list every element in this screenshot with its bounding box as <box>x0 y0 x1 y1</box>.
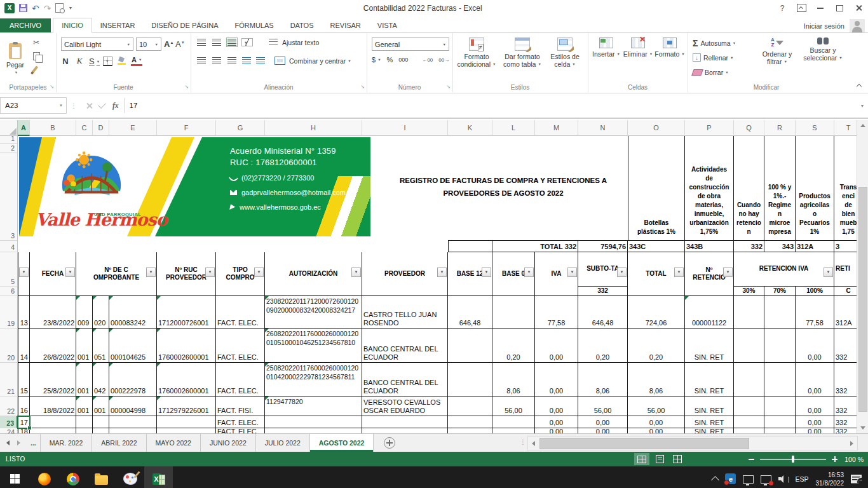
cell-G24[interactable]: FACT. ELEC. <box>216 428 265 433</box>
align-middle-icon[interactable] <box>211 37 222 47</box>
cell-B23[interactable] <box>30 416 76 428</box>
filter-header-I[interactable]: PROVEEDOR <box>362 252 448 296</box>
zoom-slider-thumb[interactable] <box>792 456 794 463</box>
fill-color-icon[interactable] <box>118 57 126 65</box>
cell-B19[interactable]: 23/8/2022 <box>30 296 76 329</box>
column-header-O[interactable]: O <box>628 120 685 136</box>
collapse-ribbon-icon[interactable] <box>857 83 862 88</box>
percent-format-icon[interactable]: % <box>387 56 393 64</box>
cell-Q23[interactable] <box>734 416 764 428</box>
zoom-out-icon[interactable] <box>749 459 754 460</box>
font-size-select[interactable]: 10 <box>136 37 161 51</box>
conditional-formatting-button[interactable]: Formato condicional <box>454 36 499 68</box>
cell-O21[interactable]: 8,06 <box>628 363 685 396</box>
align-left-icon[interactable] <box>196 56 207 65</box>
filter-header-F[interactable]: Nº RUC PROVEEDOR <box>157 252 216 296</box>
user-avatar[interactable] <box>850 19 865 32</box>
total-cell-P[interactable]: 343B <box>685 241 734 252</box>
zoom-slider[interactable] <box>760 459 826 460</box>
tall-header-Q[interactable]: Cuando no hay retencio n <box>734 136 764 241</box>
align-top-icon[interactable] <box>196 37 207 47</box>
row-header-2[interactable]: 2 <box>0 144 18 153</box>
cell-K24[interactable] <box>448 428 492 433</box>
cell-H24[interactable] <box>265 428 362 433</box>
align-center-icon[interactable] <box>211 56 222 65</box>
number-format-select[interactable]: General <box>372 37 449 51</box>
minimize-button[interactable] <box>811 1 830 16</box>
cell-N23[interactable]: 0,00 <box>578 416 628 428</box>
cell-M21[interactable]: 0,00 <box>535 363 578 396</box>
cell-Q19[interactable] <box>734 296 764 329</box>
taskbar-file-explorer[interactable] <box>87 466 116 488</box>
filter-button[interactable] <box>824 268 833 277</box>
cell-D23[interactable] <box>93 416 109 428</box>
page-layout-view-button[interactable] <box>652 453 667 465</box>
filter-header-G[interactable]: TIPO COMPRO <box>216 252 265 296</box>
scroll-right-icon[interactable] <box>846 437 857 451</box>
filter-header-L[interactable]: BASE 0 <box>492 252 535 296</box>
formula-input[interactable]: 17 <box>124 98 857 113</box>
cell-A22[interactable]: 16 <box>18 396 30 416</box>
column-header-N[interactable]: N <box>578 120 628 136</box>
cell-I20[interactable]: BANCO CENTRAL DEL ECUADOR <box>362 329 448 363</box>
tab-diseno-de-pagina[interactable]: DISEÑO DE PÁGINA <box>143 18 226 32</box>
cell-I19[interactable]: CASTRO TELLO JUAN ROSENDO <box>362 296 448 329</box>
cell-P23[interactable]: SIN. RET <box>685 416 734 428</box>
sheet-tab-agosto-2022[interactable]: AGOSTO 2022 <box>310 434 374 452</box>
cell-Q20[interactable] <box>734 329 764 363</box>
column-header-Q[interactable]: Q <box>734 120 764 136</box>
filter-button[interactable] <box>674 268 684 277</box>
column-header-B[interactable]: B <box>30 120 76 136</box>
cell-K21[interactable] <box>448 363 492 396</box>
format-as-table-button[interactable]: Dar formato como tabla <box>499 36 545 68</box>
new-sheet-icon[interactable] <box>384 437 395 449</box>
tab-vista[interactable]: VISTA <box>369 18 405 32</box>
tab-formulas[interactable]: FÓRMULAS <box>227 18 282 32</box>
decrease-decimal-icon[interactable]: 00→ <box>438 57 449 63</box>
restore-button[interactable] <box>830 1 849 16</box>
tall-header-S[interactable]: Productos agricoilas o Pecuarios 1% <box>796 136 834 241</box>
filter-header-P[interactable]: Nº RETENCIO <box>685 252 734 296</box>
cell-L20[interactable]: 0,20 <box>492 329 535 363</box>
print-preview-icon[interactable] <box>55 3 64 13</box>
sheet-tab-mayo-2022[interactable]: MAYO 2022 <box>147 434 201 452</box>
redo-icon[interactable]: ↷ <box>44 4 51 13</box>
alignment-dialog-launcher-icon[interactable] <box>360 84 365 90</box>
filter-header-QRS[interactable]: RETENCION IVA <box>734 252 834 287</box>
filter-button[interactable] <box>254 268 264 277</box>
taskbar-excel[interactable]: X <box>144 466 173 488</box>
cell-S23[interactable]: 0,00 <box>796 416 834 428</box>
excel-app-icon[interactable] <box>4 3 15 13</box>
tall-header-R[interactable]: 100 % y 1%.- Regime n microe mpresa <box>764 136 796 241</box>
tall-header-P[interactable]: Actividades de construcción de obra mate… <box>685 136 734 241</box>
cell-N24[interactable]: 0,00 <box>578 428 628 433</box>
sheet-tab-mar-2022[interactable]: MAR. 2022 <box>41 434 93 452</box>
cell-L21[interactable]: 8,06 <box>492 363 535 396</box>
cell-E21[interactable]: 000222978 <box>109 363 157 396</box>
cell-I22[interactable]: VERESOTO CEVALLOS OSCAR EDUARDO <box>362 396 448 416</box>
cell-B24[interactable] <box>30 428 76 433</box>
next-sheet-icon[interactable] <box>17 440 20 445</box>
cell-K22[interactable] <box>448 396 492 416</box>
cell-I24[interactable] <box>362 428 448 433</box>
total-cell-R[interactable]: 343 <box>764 241 796 252</box>
insert-function-icon[interactable]: fx <box>112 102 119 109</box>
wrap-text-icon[interactable] <box>268 38 278 46</box>
cell-S19[interactable]: 77,58 <box>796 296 834 329</box>
column-header-F[interactable]: F <box>157 120 216 136</box>
cell-L19[interactable] <box>492 296 535 329</box>
fill-button[interactable]: ↓ Rellenar <box>693 53 734 62</box>
cell-M22[interactable]: 0,00 <box>535 396 578 416</box>
cell-G20[interactable]: FACT. ELEC. <box>216 329 265 363</box>
tab-archivo[interactable]: ARCHIVO <box>0 18 51 32</box>
sign-in[interactable]: Iniciar sesión <box>804 19 868 32</box>
total-cell-O[interactable]: 343C <box>628 241 685 252</box>
name-box[interactable]: A23 ▼ <box>0 97 67 114</box>
cell-B20[interactable]: 26/8/2022 <box>30 329 76 363</box>
scroll-left-icon[interactable] <box>528 437 539 451</box>
cell-E23[interactable] <box>109 416 157 428</box>
cell-E22[interactable]: 000004998 <box>109 396 157 416</box>
tab-revisar[interactable]: REVISAR <box>322 18 369 32</box>
cell-E20[interactable]: 000104625 <box>109 329 157 363</box>
cell-O19[interactable]: 724,06 <box>628 296 685 329</box>
